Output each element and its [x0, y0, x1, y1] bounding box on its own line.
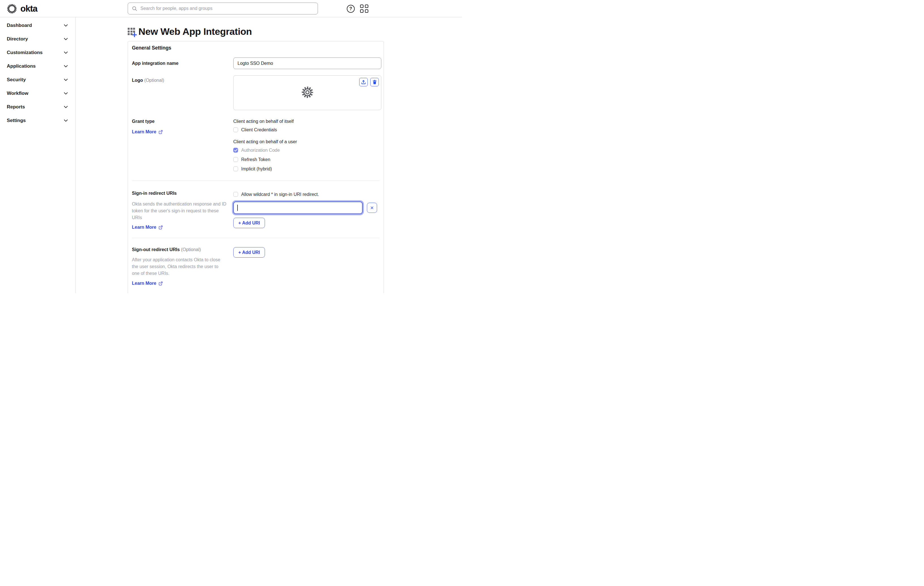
signin-uris-label: Sign-in redirect URIs [132, 191, 233, 196]
logo-label: Logo (Optional) [132, 75, 233, 110]
chevron-down-icon [64, 92, 68, 94]
signin-uri-input[interactable] [233, 201, 363, 214]
grant-option-authorization-code[interactable]: Authorization Code [233, 147, 380, 154]
external-link-icon [158, 281, 163, 286]
sidebar-item-applications[interactable]: Applications [0, 59, 75, 73]
grant-learn-more-link[interactable]: Learn More [132, 129, 163, 134]
search-icon [132, 6, 137, 12]
okta-logo: okta [7, 0, 37, 17]
grant-type-label: Grant type [132, 119, 233, 124]
global-search[interactable] [128, 3, 318, 15]
upload-logo-button[interactable] [359, 78, 368, 86]
chevron-down-icon [64, 65, 68, 68]
checkbox-unchecked[interactable] [233, 157, 238, 162]
grid-square [365, 5, 368, 8]
logo-optional-label: (Optional) [144, 78, 164, 83]
signout-uris-label: Sign-out redirect URIs (Optional) [132, 247, 233, 252]
search-input[interactable] [140, 6, 314, 11]
sidebar-item-directory[interactable]: Directory [0, 32, 75, 46]
okta-wordmark: okta [20, 4, 37, 14]
checkbox-unchecked[interactable] [233, 192, 238, 197]
question-mark-icon: ? [349, 6, 352, 12]
chevron-down-icon [64, 51, 68, 54]
grid-square [360, 5, 363, 8]
general-settings-card: General Settings App integration name Lo… [128, 41, 384, 293]
sidebar-item-workflow[interactable]: Workflow [0, 87, 75, 100]
external-link-icon [158, 225, 163, 229]
signin-learn-more-link[interactable]: Learn More [132, 225, 163, 230]
remove-uri-button[interactable]: ✕ [367, 203, 377, 213]
main-content: New Web App Integration General Settings… [76, 17, 462, 293]
grant-option-client-credentials[interactable]: Client Credentials [233, 126, 380, 133]
signin-uris-helper: Okta sends the authentication response a… [132, 201, 228, 221]
default-app-gear-icon [301, 86, 314, 100]
signout-learn-more-link[interactable]: Learn More [132, 281, 163, 286]
top-bar: okta ? [0, 0, 462, 17]
add-signin-uri-button[interactable]: + Add URI [233, 218, 265, 228]
new-app-grid-plus-icon [128, 28, 135, 35]
chevron-down-icon [64, 106, 68, 108]
chevron-down-icon [64, 79, 68, 81]
checkbox-checked[interactable] [233, 148, 238, 153]
logo-upload-dropzone[interactable] [233, 75, 381, 110]
grid-square [360, 9, 363, 13]
text-caret [237, 205, 238, 211]
sidebar-nav: Dashboard Directory Customizations Appli… [0, 17, 76, 293]
chevron-down-icon [64, 119, 68, 122]
okta-sunburst-icon [7, 4, 17, 14]
page-title: New Web App Integration [139, 26, 252, 37]
section-heading-general: General Settings [132, 45, 380, 51]
add-signout-uri-button[interactable]: + Add URI [233, 247, 265, 258]
delete-logo-button[interactable] [370, 78, 379, 86]
app-name-label: App integration name [132, 61, 233, 66]
sidebar-item-reports[interactable]: Reports [0, 100, 75, 114]
close-icon: ✕ [370, 205, 374, 211]
wildcard-checkbox-row[interactable]: Allow wildcard * in sign-in URI redirect… [233, 191, 380, 198]
check-icon [234, 149, 238, 152]
grant-group-itself-label: Client acting on behalf of itself [233, 119, 380, 124]
logo-row: Logo (Optional) [132, 75, 380, 110]
grant-option-refresh-token[interactable]: Refresh Token [233, 156, 380, 163]
sidebar-item-customizations[interactable]: Customizations [0, 46, 75, 59]
grant-option-implicit-hybrid[interactable]: Implicit (hybrid) [233, 165, 380, 172]
sidebar-item-security[interactable]: Security [0, 73, 75, 87]
signin-uris-row: Sign-in redirect URIs Okta sends the aut… [132, 181, 380, 230]
help-button[interactable]: ? [347, 5, 355, 13]
grant-group-user-label: Client acting on behalf of a user [233, 139, 380, 144]
sidebar-item-settings[interactable]: Settings [0, 114, 75, 127]
signout-optional-label: (Optional) [181, 247, 201, 252]
chevron-down-icon [64, 38, 68, 40]
apps-grid-button[interactable] [360, 5, 369, 13]
app-name-input[interactable] [233, 58, 381, 69]
grant-type-row: Grant type Learn More Client acting on b… [132, 119, 380, 172]
upload-icon [361, 80, 366, 84]
trash-icon [373, 80, 377, 84]
signout-uris-helper: After your application contacts Okta to … [132, 256, 226, 277]
external-link-icon [158, 130, 163, 134]
app-name-row: App integration name [132, 58, 380, 69]
signout-uris-row: Sign-out redirect URIs (Optional) After … [132, 238, 380, 286]
checkbox-unchecked[interactable] [233, 167, 238, 171]
checkbox-unchecked[interactable] [233, 127, 238, 132]
header-actions: ? [347, 0, 369, 17]
chevron-down-icon [64, 24, 68, 26]
grid-square [365, 9, 368, 13]
sidebar-item-dashboard[interactable]: Dashboard [0, 19, 75, 32]
